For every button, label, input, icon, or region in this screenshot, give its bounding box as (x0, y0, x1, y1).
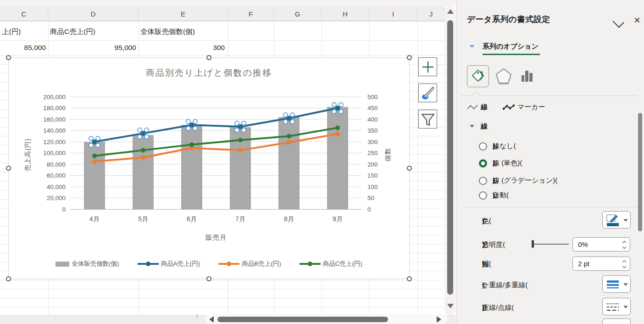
data-point[interactable] (335, 125, 340, 130)
chart-resize-handle[interactable] (407, 276, 412, 281)
point-selection-handle[interactable] (242, 121, 246, 125)
point-selection-handle[interactable] (339, 103, 343, 107)
cell-e-value[interactable]: 300 (139, 42, 225, 53)
data-point[interactable] (141, 155, 145, 160)
point-selection-handle[interactable] (242, 128, 246, 132)
data-point[interactable] (238, 148, 243, 152)
point-selection-handle[interactable] (332, 103, 336, 107)
chart-legend[interactable]: 全体販売個数(個)商品A売上(円)商品B売上(円)商品C売上(円) (9, 260, 409, 268)
legend-item[interactable]: 商品B売上(円) (218, 260, 281, 268)
line-width-input[interactable]: 2 pt (572, 257, 630, 271)
tab-fill-line[interactable] (467, 65, 489, 87)
series-line[interactable] (94, 134, 338, 162)
point-selection-handle[interactable] (89, 136, 93, 140)
scroll-left-icon[interactable] (209, 316, 214, 323)
radio-row-gradient-line[interactable]: 線 (グラデーション)(G) (479, 176, 630, 187)
data-point[interactable] (287, 134, 291, 139)
radio-icon[interactable] (479, 142, 487, 151)
legend-item[interactable]: 全体販売個数(個) (56, 260, 119, 268)
chart-plot-svg[interactable]: 020,00040,00060,00080,000100,000120,0001… (9, 58, 410, 279)
chart-resize-handle[interactable] (6, 276, 11, 281)
right-axis-title[interactable]: 個数 (384, 120, 392, 189)
point-selection-handle[interactable] (283, 113, 288, 117)
series-line[interactable] (94, 108, 338, 142)
chart-resize-handle[interactable] (206, 55, 211, 60)
data-point[interactable] (92, 154, 97, 158)
chart-resize-handle[interactable] (407, 166, 412, 171)
point-selection-handle[interactable] (186, 126, 190, 130)
column-header-I[interactable]: I (369, 6, 417, 21)
radio-selected-icon[interactable] (479, 159, 487, 168)
column-header-D[interactable]: D (48, 6, 139, 21)
radio-row-automatic[interactable]: 自動(U) (479, 190, 630, 201)
data-point[interactable] (238, 138, 243, 142)
column-header-C[interactable]: C (0, 6, 48, 21)
data-point[interactable] (92, 159, 97, 164)
point-selection-handle[interactable] (332, 110, 336, 114)
cell-c-value[interactable]: 85,000 (0, 42, 46, 53)
dash-type-button[interactable] (602, 298, 631, 315)
point-selection-handle[interactable] (290, 113, 294, 117)
bar-8月[interactable] (278, 117, 300, 209)
data-point[interactable] (141, 148, 145, 152)
transparency-slider-thumb[interactable] (532, 240, 534, 248)
chart-area[interactable]: 商品別売り上げと個数の推移 020,00040,00060,00080,0001… (8, 57, 410, 279)
chart-resize-handle[interactable] (6, 166, 11, 171)
legend-item[interactable]: 商品A売上(円) (138, 260, 200, 268)
bar-4月[interactable] (84, 142, 105, 209)
compound-line-button[interactable] (602, 275, 631, 293)
chevron-down-icon[interactable] (470, 44, 474, 47)
point-selection-handle[interactable] (144, 135, 149, 139)
data-point[interactable] (287, 140, 291, 145)
radio-row-solid-line[interactable]: 線 (単色)(S) (479, 158, 630, 169)
radio-row-no-line[interactable]: 線なし(N) (479, 141, 630, 152)
point-selection-handle[interactable] (283, 120, 288, 124)
point-selection-handle[interactable] (138, 128, 142, 132)
point-selection-handle[interactable] (96, 143, 100, 147)
chart-resize-handle[interactable] (407, 55, 412, 60)
chevron-down-icon[interactable] (612, 16, 624, 28)
transparency-slider[interactable] (534, 244, 569, 245)
point-selection-handle[interactable] (144, 128, 149, 132)
clipped-dropdown-button[interactable] (602, 318, 631, 324)
left-axis-title[interactable]: 売上高(円) (24, 120, 32, 189)
bar-5月[interactable] (133, 135, 154, 209)
tab-effects[interactable] (493, 65, 515, 87)
point-selection-handle[interactable] (290, 120, 294, 124)
subtab-marker[interactable]: マーカー (517, 103, 545, 112)
point-selection-handle[interactable] (235, 121, 239, 125)
chart-elements-button[interactable] (418, 57, 437, 76)
bar-9月[interactable] (327, 107, 348, 209)
spinner-down-icon[interactable] (622, 264, 626, 268)
point-selection-handle[interactable] (339, 110, 343, 114)
data-point[interactable] (335, 132, 340, 136)
cell-d-value[interactable]: 95,000 (48, 42, 136, 53)
vertical-scrollbar-thumb[interactable] (447, 20, 453, 295)
column-header-row[interactable]: CDEFGHIJ (0, 6, 444, 21)
scroll-right-icon[interactable] (437, 316, 441, 323)
point-selection-handle[interactable] (96, 136, 100, 140)
pane-scrollbar-thumb[interactable] (638, 113, 642, 231)
column-header-G[interactable]: G (274, 6, 322, 21)
close-icon[interactable]: × (634, 14, 640, 27)
cell-e-label[interactable]: 全体販売個数(個) (140, 26, 227, 37)
data-point[interactable] (189, 142, 194, 147)
chart-styles-button[interactable] (418, 84, 437, 102)
radio-icon[interactable] (479, 177, 487, 185)
column-header-F[interactable]: F (228, 6, 274, 21)
spinner-up-icon[interactable] (622, 260, 626, 264)
tab-series-options[interactable] (516, 65, 539, 87)
chevron-down-icon[interactable] (470, 123, 474, 127)
chart-resize-handle[interactable] (206, 276, 211, 281)
point-selection-handle[interactable] (235, 128, 239, 132)
chart-resize-handle[interactable] (6, 55, 11, 60)
subtab-line[interactable]: 線 (481, 103, 488, 112)
series-options-header[interactable]: 系列のオプション (483, 42, 539, 51)
spinner-up-icon[interactable] (622, 241, 626, 245)
line-group-header[interactable]: 線 (481, 122, 488, 131)
transparency-input[interactable]: 0% (572, 237, 630, 251)
horizontal-scrollbar-thumb[interactable] (217, 317, 388, 322)
scroll-up-icon[interactable] (447, 9, 454, 14)
legend-item[interactable]: 商品C売上(円) (300, 260, 362, 268)
bar-6月[interactable] (181, 125, 202, 209)
